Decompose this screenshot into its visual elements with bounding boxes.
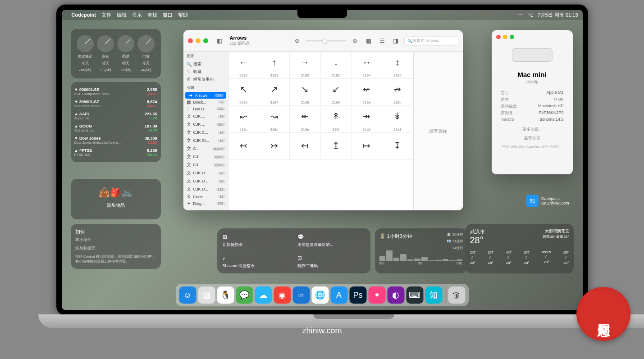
- sidebar-item[interactable]: ✦Ding...208: [183, 200, 228, 207]
- glyph-cell[interactable]: ↘2198: [290, 79, 320, 106]
- dock-app[interactable]: ⌨: [406, 286, 423, 304]
- minimize-button[interactable]: [196, 38, 201, 43]
- widget-screen-time[interactable]: ⏳ 1小时3分钟 0时 6时 12时 📋 26分钟 📧 11分钟 📞 34分钟: [375, 228, 467, 273]
- sidebar-item[interactable]: 文CJK C...69: [183, 128, 228, 136]
- menu-view[interactable]: 显示: [132, 12, 142, 18]
- sidebar-item[interactable]: □Box D...128: [183, 105, 228, 112]
- menu-file[interactable]: 文件: [101, 12, 111, 18]
- maximize-button[interactable]: [510, 35, 514, 39]
- menu-find[interactable]: 查找: [147, 12, 157, 18]
- maximize-button[interactable]: [203, 38, 208, 43]
- glyph-cell[interactable]: ↔2194: [352, 52, 382, 79]
- dock-app[interactable]: 💬: [236, 286, 253, 304]
- glyph-cell[interactable]: ↖2196: [228, 79, 259, 106]
- sidebar-item[interactable]: 文CJK U...32: [183, 177, 228, 185]
- sidebar-item[interactable]: 文CJ...6,582: [183, 161, 228, 169]
- glyph-cell[interactable]: ↙2199: [321, 79, 352, 106]
- dock-app[interactable]: 123: [292, 286, 310, 304]
- stock-row[interactable]: ▼ 000001.SSSSE Composite Index 2,958-24.…: [74, 86, 157, 98]
- sidebar-item[interactable]: 文C...20,696: [183, 145, 228, 153]
- glyph-cell[interactable]: ↦: [352, 133, 382, 160]
- glyph-cell[interactable]: ↟219f: [321, 106, 352, 133]
- sidebar-item[interactable]: €Curre...32: [183, 193, 228, 200]
- stock-row[interactable]: ▲ AAPLApple Inc. 221.55+1.28: [74, 110, 157, 122]
- glyph-cell[interactable]: →2192: [290, 52, 320, 79]
- menubar-app-name[interactable]: Codepoint: [72, 12, 96, 18]
- menu-edit[interactable]: 编辑: [117, 12, 127, 18]
- shortcut-tile[interactable]: 💬用信息发送最新的...: [295, 231, 368, 250]
- grid-view-icon[interactable]: ▦: [364, 36, 374, 45]
- control-center-icon[interactable]: ⌥: [527, 12, 533, 18]
- dock-app[interactable]: 🌐: [311, 286, 329, 304]
- dock-app[interactable]: Ps: [349, 286, 366, 304]
- menubar-extra-icon[interactable]: ⋯: [518, 12, 523, 18]
- regulatory-link[interactable]: 监管认证: [496, 135, 568, 141]
- glyph-cell[interactable]: ↢: [228, 133, 259, 160]
- dock-app[interactable]: 🐧: [217, 286, 234, 304]
- sidebar-item[interactable]: ▦Block...32: [183, 99, 228, 105]
- zoom-out-icon[interactable]: ⊖: [292, 36, 302, 45]
- sidebar-item[interactable]: ♡收藏: [183, 68, 228, 76]
- sidebar-item[interactable]: 🔍搜索: [183, 60, 228, 68]
- glyph-cell[interactable]: ↓2193: [321, 52, 352, 79]
- list-view-icon[interactable]: ☰: [377, 36, 387, 45]
- widget-tips[interactable]: 如何 将小组件 添加到桌面 按住 Control 键点按桌面，然后选取"编辑小组…: [71, 224, 161, 269]
- stock-row[interactable]: ▲ GOOGAlphabet Inc. 187.39+0.78: [74, 122, 157, 134]
- shortcut-tile[interactable]: ⊡制作二维码: [295, 252, 368, 272]
- menu-help[interactable]: 帮助: [178, 12, 188, 18]
- widget-weather[interactable]: 武汉市 28° 大部晴朗无云 最高35° 最低28° 2时☾28°3时☾28°4…: [466, 224, 574, 273]
- glyph-cell[interactable]: ↞219e: [290, 106, 320, 133]
- search-input[interactable]: 🔍 搜索在 Arrows...: [404, 36, 458, 45]
- dock-app[interactable]: ✦: [368, 286, 385, 304]
- glyph-cell[interactable]: ↣: [259, 133, 290, 160]
- sidebar-toggle-icon[interactable]: ◧: [215, 36, 224, 45]
- close-button[interactable]: [188, 38, 193, 43]
- dock-app[interactable]: ☁: [255, 286, 272, 304]
- glyph-cell[interactable]: ↜219c: [228, 106, 259, 133]
- dock-trash[interactable]: 🗑: [448, 286, 465, 304]
- glyph-cell[interactable]: ↠21a0: [352, 106, 382, 133]
- minimize-button[interactable]: [503, 35, 507, 39]
- info-pane-toggle-icon[interactable]: ◨: [391, 36, 401, 45]
- sidebar-item[interactable]: 文CJK St...16: [183, 136, 228, 145]
- widget-find-my[interactable]: 👜🎒🚲 添加物品: [71, 179, 161, 219]
- glyph-cell[interactable]: ↝219d: [259, 106, 290, 133]
- glyph-cell[interactable]: ↕2195: [382, 52, 413, 79]
- glyph-cell[interactable]: ↑2191: [259, 52, 290, 79]
- shortcut-tile[interactable]: ♪Shazam 快捷指令: [220, 252, 293, 272]
- glyph-cell[interactable]: ↚219a: [352, 79, 382, 106]
- shortcut-tile[interactable]: ⊞新快捷指令: [220, 231, 293, 250]
- glyph-cell[interactable]: ↗2197: [259, 79, 290, 106]
- sidebar-item[interactable]: 文CJK U...48: [183, 169, 228, 177]
- stock-row[interactable]: ▼ Dow JonesDow Jones Industrial Avera...…: [74, 134, 157, 146]
- zoom-in-icon[interactable]: ⊕: [350, 36, 360, 45]
- glyph-cell[interactable]: ↤: [290, 133, 320, 160]
- sidebar-item[interactable]: 文CJK ...366: [183, 120, 228, 128]
- dock-app[interactable]: ☺: [179, 286, 196, 304]
- glyph-cell[interactable]: ↛219b: [382, 79, 413, 106]
- dock-app[interactable]: ▦: [198, 286, 215, 304]
- desktop-file-icon[interactable]: 知 Codepoint By ZhiNiw.Com: [526, 195, 569, 207]
- widget-world-clock[interactable]: 库比提诺今天-15小时 东京明天+1小时 悉尼明天+2小时 巴黎今天-6小时: [71, 29, 161, 78]
- stock-row[interactable]: ▲ ^FTSEFTSE 100 8,239+68.16: [74, 146, 157, 159]
- sidebar-item[interactable]: ➜Arrows112: [185, 92, 226, 99]
- dock-app[interactable]: ◉: [274, 286, 291, 304]
- size-slider[interactable]: [306, 40, 347, 41]
- dock-app[interactable]: ◐: [387, 286, 404, 304]
- sidebar-item[interactable]: 文CJK U...112: [183, 185, 228, 193]
- dock-app[interactable]: 知: [425, 286, 442, 304]
- glyph-cell[interactable]: ↥: [321, 133, 352, 160]
- glyph-cell[interactable]: ↧: [382, 133, 413, 160]
- dock-app[interactable]: A: [330, 286, 347, 304]
- glyph-cell[interactable]: ↡21a1: [382, 106, 413, 133]
- menubar-datetime[interactable]: 7月5日 周五 01:13: [538, 12, 578, 18]
- more-info-button[interactable]: 更多信息...: [496, 127, 568, 132]
- widget-stocks[interactable]: ▼ 000001.SSSSE Composite Index 2,958-24.…: [71, 82, 161, 162]
- close-button[interactable]: [496, 35, 501, 39]
- glyph-cell[interactable]: ←2190: [228, 52, 259, 79]
- menu-window[interactable]: 窗口: [163, 12, 173, 18]
- stock-row[interactable]: ▼ 399001.SZShenzhen Index 8,674-86.61: [74, 98, 157, 110]
- sidebar-item[interactable]: ⏱经常使用的: [183, 76, 228, 83]
- widget-shortcuts[interactable]: ⊞新快捷指令💬用信息发送最新的...♪Shazam 快捷指令⊡制作二维码: [217, 228, 370, 273]
- sidebar-item[interactable]: 文CJK ...69: [183, 112, 228, 120]
